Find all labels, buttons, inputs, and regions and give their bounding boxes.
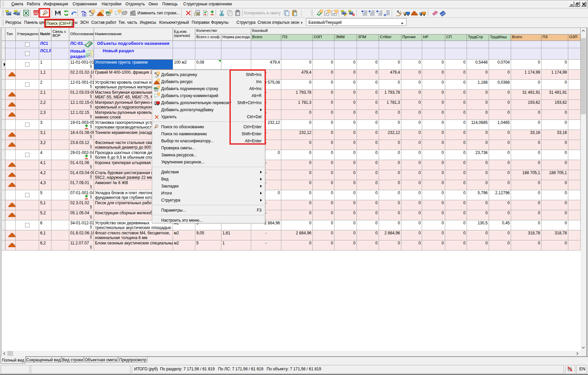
svg-text:✱: ✱	[83, 13, 85, 16]
svg-text:PDF: PDF	[34, 11, 39, 13]
svg-text:P: P	[89, 54, 91, 57]
svg-text:P: P	[325, 12, 327, 15]
